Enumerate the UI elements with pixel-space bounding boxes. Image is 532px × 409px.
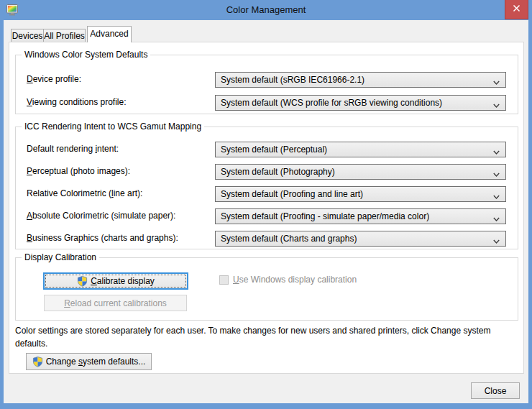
close-button[interactable]: Close [471,382,520,399]
reload-current-calibrations-label: Reload current calibrations [64,298,167,308]
close-icon [513,4,520,14]
absolute-colorimetric-value: System default (Proofing - simulate pape… [221,211,429,221]
relative-colorimetric-dropdown[interactable]: System default (Proofing and line art) [215,186,506,202]
change-system-defaults-label: Change system defaults... [46,357,146,367]
device-profile-label: Device profile: [27,74,81,84]
titlebar-close-button[interactable] [505,0,528,19]
default-rendering-intent-row: Default rendering intent: System default… [16,142,518,157]
uac-shield-icon [32,356,43,367]
titlebar: Color Management [0,0,532,20]
reload-current-calibrations-button[interactable]: Reload current calibrations [44,295,187,311]
tab-devices[interactable]: Devices [11,29,44,42]
tab-all-profiles[interactable]: All Profiles [43,29,86,42]
calibrate-display-button[interactable]: Calibrate display [43,272,188,290]
display-calibration-group: Display Calibration [15,257,518,321]
default-rendering-intent-label: Default rendering intent: [27,144,119,154]
device-profile-row: Device profile: System default (sRGB IEC… [16,72,518,88]
wcs-defaults-group-title: Windows Color System Defaults [22,50,150,60]
default-rendering-intent-value: System default (Perceptual) [221,144,327,155]
use-windows-display-calibration-checkbox[interactable]: Use Windows display calibration [219,275,357,285]
advanced-tab-page: Windows Color System Defaults Device pro… [9,42,524,374]
absolute-colorimetric-label: Absolute Colorimetric (simulate paper): [27,211,175,221]
perceptual-dropdown[interactable]: System default (Photography) [215,164,506,180]
tab-advanced-label: Advanced [90,29,128,39]
chevron-down-icon [493,192,500,197]
checkbox-box [219,275,229,285]
perceptual-value: System default (Photography) [221,167,335,177]
business-graphics-dropdown[interactable]: System default (Charts and graphs) [215,231,506,247]
icc-rendering-group: ICC Rendering Intent to WCS Gamut Mappin… [15,127,518,249]
business-graphics-label: Business Graphics (charts and graphs): [27,233,178,243]
chevron-down-icon [493,170,500,175]
change-system-defaults-button[interactable]: Change system defaults... [26,353,152,370]
window-title: Color Management [0,0,532,20]
chevron-down-icon [493,236,500,242]
viewing-conditions-dropdown[interactable]: System default (WCS profile for sRGB vie… [215,95,506,111]
calibrate-display-button-label: Calibrate display [91,276,155,286]
icc-rendering-group-title: ICC Rendering Intent to WCS Gamut Mappin… [22,121,204,132]
chevron-down-icon [493,78,500,83]
perceptual-label: Perceptual (photo images): [27,166,130,176]
wcs-defaults-group: Windows Color System Defaults Device pro… [15,55,518,114]
viewing-conditions-label: Viewing conditions profile: [27,97,127,107]
tab-devices-label: Devices [12,31,43,41]
viewing-conditions-row: Viewing conditions profile: System defau… [16,95,518,111]
user-settings-note: Color settings are stored separately for… [15,324,516,350]
business-graphics-value: System default (Charts and graphs) [221,234,357,244]
display-calibration-group-title: Display Calibration [22,252,99,262]
absolute-colorimetric-dropdown[interactable]: System default (Proofing - simulate pape… [215,208,506,224]
relative-colorimetric-label: Relative Colorimetric (line art): [27,188,142,198]
business-graphics-row: Business Graphics (charts and graphs): S… [16,231,518,247]
default-rendering-intent-dropdown[interactable]: System default (Perceptual) [215,142,506,157]
viewing-conditions-value: System default (WCS profile for sRGB vie… [221,98,442,108]
uac-shield-icon [77,275,88,287]
chevron-down-icon [493,214,500,219]
absolute-colorimetric-row: Absolute Colorimetric (simulate paper): … [16,208,518,224]
use-windows-display-calibration-label: Use Windows display calibration [233,275,357,285]
relative-colorimetric-row: Relative Colorimetric (line art): System… [16,186,518,202]
chevron-down-icon [493,101,500,106]
tab-all-profiles-label: All Profiles [44,31,85,41]
chevron-down-icon [493,147,500,152]
device-profile-value: System default (sRGB IEC61966-2.1) [221,75,364,85]
close-button-label: Close [485,386,507,396]
dialog-client-area: Devices All Profiles Advanced Windows Co… [4,20,528,403]
relative-colorimetric-value: System default (Proofing and line art) [221,189,363,199]
tab-advanced[interactable]: Advanced [87,26,132,42]
color-management-window: Color Management Devices All Profiles Ad… [0,0,532,409]
device-profile-dropdown[interactable]: System default (sRGB IEC61966-2.1) [215,72,506,88]
perceptual-row: Perceptual (photo images): System defaul… [16,164,518,180]
